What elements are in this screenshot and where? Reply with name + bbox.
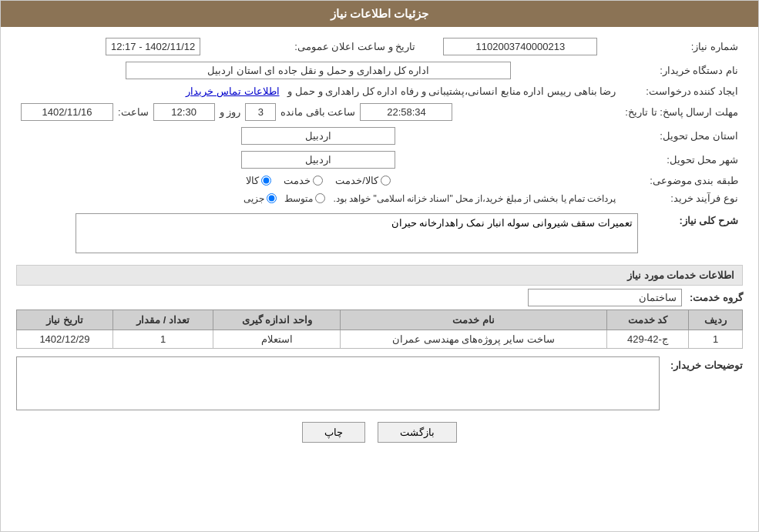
group-service-value: ساختمان <box>528 289 682 306</box>
category-label-kala: کالا <box>246 175 259 186</box>
city-value: اردبیل <box>241 151 395 169</box>
row-city: شهر محل تحویل: اردبیل <box>16 148 743 172</box>
process-radio-medium[interactable] <box>315 193 325 203</box>
city-label: شهر محل تحویل: <box>620 148 743 172</box>
deadline-days-label: روز و <box>220 106 241 118</box>
deadline-time: 12:30 <box>153 103 215 121</box>
category-radio-group: کالا/خدمت خدمت کالا <box>21 175 616 186</box>
category-option-khedmat[interactable]: خدمت <box>284 175 323 186</box>
services-table-head: ردیف کد خدمت نام خدمت واحد اندازه گیری ت… <box>17 310 743 330</box>
row-province: استان محل تحویل: اردبیل <box>16 124 743 148</box>
process-radio-small[interactable] <box>267 193 277 203</box>
buyer-desc-label: توضیحات خریدار: <box>666 356 743 371</box>
info-table: شماره نیاز: 1102003740000213 تاریخ و ساع… <box>16 35 743 207</box>
description-textarea[interactable] <box>76 213 638 253</box>
table-row: 1ج-42-429ساخت سایر پروژه‌های مهندسی عمرا… <box>17 330 743 349</box>
services-table: ردیف کد خدمت نام خدمت واحد اندازه گیری ت… <box>16 309 743 349</box>
td-service_code: ج-42-429 <box>606 330 688 349</box>
need-number-cell: 1102003740000213 <box>420 35 620 59</box>
process-cell: پرداخت تمام یا بخشی از مبلغ خرید،از محل … <box>16 189 620 207</box>
process-note: پرداخت تمام یا بخشی از مبلغ خرید،از محل … <box>333 193 616 204</box>
category-label: طبقه بندی موضوعی: <box>620 172 743 189</box>
td-unit: استعلام <box>213 330 341 349</box>
province-value: اردبیل <box>241 127 395 145</box>
city-cell: اردبیل <box>16 148 620 172</box>
row-creator: ایجاد کننده درخواست: رضا بناهی رییس ادار… <box>16 82 743 100</box>
category-label-kala-khedmat: کالا/خدمت <box>335 175 378 186</box>
announce-date-value: 1402/11/12 - 12:17 <box>106 38 200 55</box>
buyer-box-wrapper <box>16 356 660 413</box>
row-need-number: شماره نیاز: 1102003740000213 تاریخ و ساع… <box>16 35 743 59</box>
buyer-desc-section: توضیحات خریدار: <box>16 356 743 413</box>
buyer-org-label: نام دستگاه خریدار: <box>620 59 743 82</box>
page-title: جزئیات اطلاعات نیاز <box>331 7 428 20</box>
process-label: نوع فرآیند خرید: <box>620 189 743 207</box>
need-number-label: شماره نیاز: <box>620 35 743 59</box>
row-buyer-org: نام دستگاه خریدار: اداره کل راهداری و حم… <box>16 59 743 82</box>
category-cell: کالا/خدمت خدمت کالا <box>16 172 620 189</box>
deadline-remaining-label: ساعت باقی مانده <box>280 106 355 118</box>
description-cell <box>16 210 643 259</box>
group-service-label: گروه خدمت: <box>690 292 743 303</box>
creator-value: رضا بناهی رییس اداره منابع انسانی،پشتیبا… <box>287 85 616 97</box>
category-option-kala-khedmat[interactable]: کالا/خدمت <box>335 175 391 186</box>
deadline-date: 1402/11/16 <box>21 103 113 121</box>
th-unit: واحد اندازه گیری <box>213 310 341 330</box>
deadline-label: مهلت ارسال پاسخ: تا تاریخ: <box>620 100 743 124</box>
process-option-small[interactable]: جزیی <box>243 193 277 204</box>
province-cell: اردبیل <box>16 124 620 148</box>
page-header: جزئیات اطلاعات نیاز <box>1 1 758 27</box>
main-content: شماره نیاز: 1102003740000213 تاریخ و ساع… <box>1 27 758 460</box>
deadline-days: 3 <box>245 103 276 121</box>
th-date: تاریخ نیاز <box>17 310 113 330</box>
category-radio-kala[interactable] <box>261 176 271 186</box>
services-table-header-row: ردیف کد خدمت نام خدمت واحد اندازه گیری ت… <box>17 310 743 330</box>
category-option-kala[interactable]: کالا <box>246 175 271 186</box>
th-service-name: نام خدمت <box>340 310 606 330</box>
buyer-desc-textarea[interactable] <box>16 356 660 410</box>
process-option-medium[interactable]: متوسط <box>284 193 325 204</box>
buyer-section: توضیحات خریدار: <box>16 356 743 413</box>
deadline-cell: 22:58:34 ساعت باقی مانده 3 روز و 12:30 س… <box>16 100 620 124</box>
category-radio-khedmat[interactable] <box>313 176 323 186</box>
deadline-remaining: 22:58:34 <box>360 103 452 121</box>
announce-date-cell: 1402/11/12 - 12:17 <box>16 35 290 59</box>
services-section-header: اطلاعات خدمات مورد نیاز <box>16 265 743 286</box>
row-description: شرح کلی نیاز: <box>16 210 743 259</box>
td-date: 1402/12/29 <box>17 330 113 349</box>
announce-date-label: تاریخ و ساعت اعلان عمومی: <box>290 35 420 59</box>
back-button[interactable]: بازگشت <box>378 422 457 443</box>
td-quantity: 1 <box>113 330 213 349</box>
category-label-khedmat: خدمت <box>284 175 311 186</box>
group-service-row: گروه خدمت: ساختمان <box>16 289 743 306</box>
services-table-body: 1ج-42-429ساخت سایر پروژه‌های مهندسی عمرا… <box>17 330 743 349</box>
page-wrapper: جزئیات اطلاعات نیاز شماره نیاز: 11020037… <box>0 0 759 532</box>
buyer-org-cell: اداره کل راهداری و حمل و نقل جاده ای است… <box>16 59 620 82</box>
process-label-small: جزیی <box>243 193 264 204</box>
description-table: شرح کلی نیاز: <box>16 210 743 259</box>
row-process: نوع فرآیند خرید: پرداخت تمام یا بخشی از … <box>16 189 743 207</box>
deadline-time-label: ساعت: <box>118 106 149 118</box>
td-row_num: 1 <box>689 330 743 349</box>
th-service-code: کد خدمت <box>606 310 688 330</box>
description-label: شرح کلی نیاز: <box>643 210 743 259</box>
td-service_name: ساخت سایر پروژه‌های مهندسی عمران <box>340 330 606 349</box>
th-quantity: تعداد / مقدار <box>113 310 213 330</box>
row-category: طبقه بندی موضوعی: کالا/خدمت خدمت <box>16 172 743 189</box>
button-row: بازگشت چاپ <box>16 422 743 443</box>
creator-cell: رضا بناهی رییس اداره منابع انسانی،پشتیبا… <box>16 82 620 100</box>
services-section-title: اطلاعات خدمات مورد نیاز <box>627 269 734 281</box>
process-label-medium: متوسط <box>284 193 313 204</box>
category-radio-kala-khedmat[interactable] <box>381 176 391 186</box>
creator-label: ایجاد کننده درخواست: <box>620 82 743 100</box>
row-deadline: مهلت ارسال پاسخ: تا تاریخ: 22:58:34 ساعت… <box>16 100 743 124</box>
th-row-num: ردیف <box>689 310 743 330</box>
need-number-value: 1102003740000213 <box>443 38 597 55</box>
print-button[interactable]: چاپ <box>302 422 365 443</box>
creator-link[interactable]: اطلاعات تماس خریدار <box>186 85 279 97</box>
buyer-org-value: اداره کل راهداری و حمل و نقل جاده ای است… <box>126 62 511 79</box>
province-label: استان محل تحویل: <box>620 124 743 148</box>
process-row: پرداخت تمام یا بخشی از مبلغ خرید،از محل … <box>21 193 616 204</box>
